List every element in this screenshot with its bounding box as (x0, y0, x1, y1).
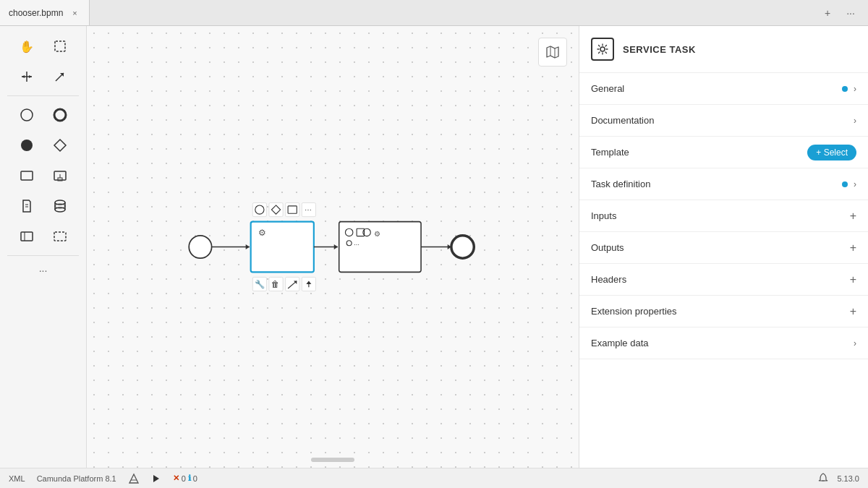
section-label-template: Template (591, 147, 801, 158)
svg-rect-50 (288, 206, 297, 213)
svg-rect-45 (252, 202, 266, 216)
circle-ring-tool[interactable] (44, 100, 76, 129)
panel-title: SERVICE TASK (623, 44, 696, 55)
svg-rect-53 (252, 277, 266, 291)
svg-rect-37 (357, 228, 364, 236)
circle-filled-tool[interactable] (11, 131, 43, 160)
toolbar-divider-2 (7, 255, 80, 256)
circle-outline-tool[interactable] (11, 100, 43, 129)
diamond-tool[interactable] (44, 131, 76, 160)
svg-marker-30 (246, 244, 250, 249)
bpmn-diagram: ⚙ ⚙ ⋯ (87, 26, 579, 468)
space-tool[interactable] (11, 62, 43, 91)
section-label-general: General (591, 83, 836, 94)
file-tab[interactable]: chooser.bpmn × (0, 0, 90, 25)
tool-row-1: ✋ (3, 32, 83, 61)
section-plus-inputs: + (850, 210, 856, 223)
section-chevron-example-data: › (854, 338, 856, 348)
toolbar-divider-1 (7, 95, 80, 96)
pool-tool[interactable] (11, 222, 43, 251)
section-label-extension-properties: Extension properties (591, 306, 844, 317)
section-dot-task-definition (842, 181, 848, 187)
database-tool[interactable] (44, 192, 76, 221)
section-task-definition[interactable]: Task definition› (579, 168, 868, 200)
tool-row-3 (3, 100, 83, 129)
svg-line-58 (288, 281, 297, 288)
svg-rect-11 (21, 171, 33, 180)
play-btn[interactable] (151, 474, 161, 484)
svg-text:🔧: 🔧 (255, 279, 265, 289)
svg-point-46 (255, 205, 264, 214)
svg-marker-34 (334, 244, 338, 249)
deploy-icon[interactable] (128, 473, 140, 484)
svg-text:⋯: ⋯ (305, 206, 312, 214)
svg-marker-3 (22, 75, 25, 78)
status-bar: XML Camunda Platform 8.1 ✕ 0 ℹ 0 5.13.0 (0, 468, 868, 488)
platform-label: Camunda Platform 8.1 (37, 474, 116, 483)
svg-point-8 (54, 109, 66, 121)
section-documentation[interactable]: Documentation› (579, 105, 868, 137)
section-headers[interactable]: Headers+ (579, 264, 868, 296)
title-bar-actions: + ··· (819, 4, 868, 22)
section-label-outputs: Outputs (591, 242, 844, 253)
section-example-data[interactable]: Example data› (579, 328, 868, 359)
new-tab-btn[interactable]: + (819, 4, 836, 22)
lasso-tool[interactable] (44, 32, 76, 61)
title-bar: chooser.bpmn × + ··· (0, 0, 868, 26)
svg-marker-48 (271, 205, 280, 214)
svg-point-38 (363, 228, 370, 236)
section-plus-extension-properties: + (850, 305, 856, 318)
error-badge: ✕ 0 ℹ 0 (173, 474, 197, 483)
section-select-btn-template[interactable]: + Select (807, 145, 856, 160)
tool-row-6 (3, 192, 83, 221)
svg-point-9 (21, 140, 33, 151)
section-outputs[interactable]: Outputs+ (579, 232, 868, 264)
svg-point-44 (451, 236, 474, 258)
more-tools-btn[interactable]: ··· (35, 260, 52, 281)
section-extension-properties[interactable]: Extension properties+ (579, 296, 868, 328)
error-count: 0 (182, 474, 186, 483)
tab-close-btn[interactable]: × (69, 7, 80, 19)
svg-marker-59 (294, 281, 297, 284)
section-label-task-definition: Task definition (591, 179, 836, 189)
section-template[interactable]: Template+ Select (579, 137, 868, 168)
section-label-example-data: Example data (591, 338, 848, 348)
arrow-tool[interactable] (44, 62, 76, 91)
more-btn[interactable]: ··· (842, 4, 859, 22)
svg-rect-60 (302, 277, 315, 291)
toolbar: ✋ (0, 26, 87, 468)
section-general[interactable]: General› (579, 73, 868, 105)
svg-point-63 (600, 47, 605, 51)
dashed-rect-tool[interactable] (44, 222, 76, 251)
subprocess-tool[interactable] (44, 161, 76, 190)
service-task-icon (591, 38, 614, 61)
svg-rect-49 (286, 202, 299, 216)
svg-marker-66 (153, 475, 159, 482)
section-inputs[interactable]: Inputs+ (579, 200, 868, 232)
tab-label: chooser.bpmn (9, 8, 63, 18)
svg-text:⚙: ⚙ (258, 228, 266, 238)
document-tool[interactable] (11, 192, 43, 221)
svg-text:⚙: ⚙ (374, 230, 380, 238)
tool-row-5 (3, 161, 83, 190)
svg-point-7 (21, 109, 33, 121)
map-btn[interactable] (538, 38, 567, 67)
section-chevron-documentation: › (854, 116, 856, 126)
svg-rect-31 (251, 222, 314, 273)
hand-tool[interactable]: ✋ (11, 32, 43, 61)
rectangle-tool[interactable] (11, 161, 43, 190)
section-label-headers: Headers (591, 274, 844, 285)
svg-rect-35 (339, 222, 421, 273)
svg-rect-51 (302, 202, 315, 216)
section-chevron-task-definition: › (854, 179, 856, 189)
canvas[interactable]: ⚙ ⚙ ⋯ (87, 26, 579, 468)
xml-label[interactable]: XML (9, 474, 25, 483)
svg-marker-64 (129, 474, 138, 483)
scrollbar (311, 458, 354, 462)
section-plus-headers: + (850, 273, 856, 286)
section-chevron-general: › (854, 84, 856, 94)
svg-marker-62 (306, 281, 311, 284)
notif-icon[interactable] (818, 473, 828, 484)
svg-marker-43 (448, 244, 451, 249)
right-panel: SERVICE TASK General›Documentation›Templ… (579, 26, 868, 468)
